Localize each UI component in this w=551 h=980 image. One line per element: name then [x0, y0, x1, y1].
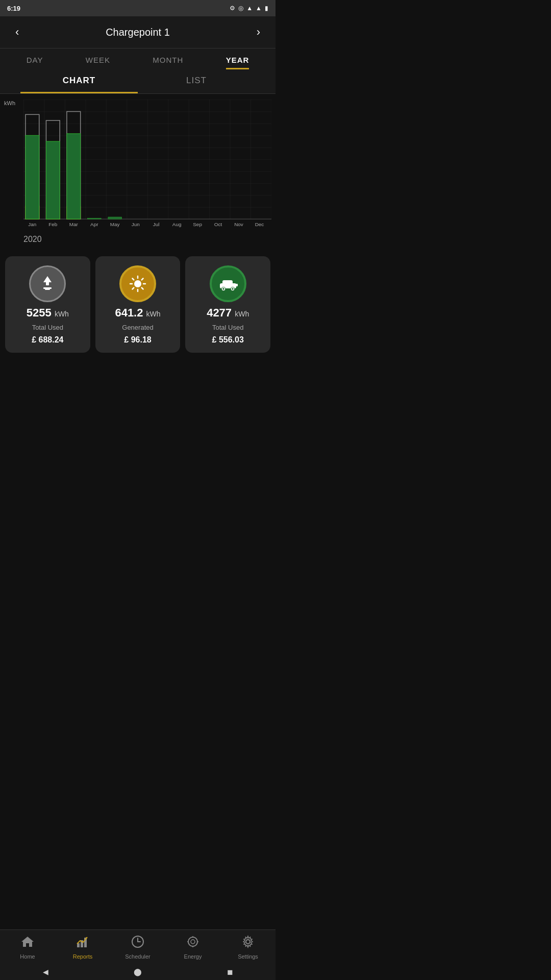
svg-text:Apr: Apr	[90, 222, 98, 227]
ev-icon-wrap	[210, 265, 246, 302]
tab-list[interactable]: LIST	[138, 69, 255, 93]
header: ‹ Chargepoint 1 ›	[0, 16, 276, 48]
mail-status-icon: ◎	[238, 5, 243, 12]
header-title: Chargepoint 1	[106, 27, 170, 38]
chart-container: kWh 2.0k 1.8k 1.6k 1.4k	[4, 99, 271, 249]
chart-svg-element: 2.0k 1.8k 1.6k 1.4k 1.2k 1.0k 800 600 40…	[23, 99, 271, 232]
stat-card-ev: 4277 kWh Total Used £ 556.03	[185, 256, 270, 353]
grid-icon	[38, 274, 57, 293]
svg-line-36	[142, 279, 143, 280]
status-time: 6:19	[7, 5, 20, 12]
tab-day[interactable]: DAY	[27, 56, 43, 69]
chart-wrap: 2.0k 1.8k 1.6k 1.4k 1.2k 1.0k 800 600 40…	[23, 99, 271, 234]
svg-line-37	[133, 288, 134, 289]
chart-y-label: kWh	[4, 100, 15, 106]
svg-marker-26	[43, 276, 52, 282]
grid-price: £ 688.24	[32, 335, 63, 345]
svg-rect-28	[45, 289, 50, 290]
svg-text:Oct: Oct	[214, 222, 222, 227]
svg-line-35	[142, 288, 143, 289]
grid-value: 5255 kWh	[27, 306, 69, 320]
stat-card-solar: 641.2 kWh Generated £ 96.18	[95, 256, 181, 353]
tab-month[interactable]: MONTH	[153, 56, 183, 69]
chart-svg: 2.0k 1.8k 1.6k 1.4k 1.2k 1.0k 800 600 40…	[23, 99, 271, 234]
ev-value: 4277 kWh	[207, 306, 249, 320]
svg-text:Feb: Feb	[48, 222, 58, 227]
signal-icon: ▲	[256, 5, 262, 12]
svg-line-34	[133, 279, 134, 280]
stats-section: 5255 kWh Total Used £ 688.24 641.2 kWh G…	[0, 250, 276, 359]
svg-rect-27	[43, 287, 52, 289]
svg-text:Dec: Dec	[255, 222, 264, 227]
svg-text:Jan: Jan	[28, 222, 36, 227]
battery-icon: ▮	[265, 5, 268, 12]
wifi-icon: ▲	[246, 5, 253, 12]
bar-may-green	[108, 217, 122, 219]
bar-feb-green	[46, 141, 60, 219]
chart-section: kWh 2.0k 1.8k 1.6k 1.4k	[0, 94, 276, 250]
tab-year[interactable]: YEAR	[226, 56, 249, 69]
settings-status-icon: ⚙	[230, 5, 235, 12]
svg-rect-39	[222, 280, 233, 285]
svg-text:Aug: Aug	[172, 222, 182, 227]
stat-card-grid: 5255 kWh Total Used £ 688.24	[5, 256, 90, 353]
solar-icon	[128, 274, 147, 293]
bar-jan-green	[26, 135, 39, 219]
solar-value: 641.2 kWh	[115, 306, 160, 320]
ev-price: £ 556.03	[212, 335, 244, 345]
chart-year: 2020	[23, 235, 271, 249]
status-icons: ⚙ ◎ ▲ ▲ ▮	[230, 5, 268, 12]
period-tabs: DAY WEEK MONTH YEAR	[0, 48, 276, 69]
svg-rect-0	[23, 100, 271, 219]
tab-week[interactable]: WEEK	[86, 56, 110, 69]
svg-point-29	[134, 280, 141, 287]
bar-mar-green	[67, 134, 81, 219]
tab-chart[interactable]: CHART	[20, 69, 138, 93]
next-button[interactable]: ›	[252, 23, 265, 41]
prev-button[interactable]: ‹	[10, 23, 24, 41]
svg-text:Sep: Sep	[193, 222, 202, 227]
svg-text:Nov: Nov	[234, 222, 243, 227]
svg-text:May: May	[110, 222, 120, 227]
bar-apr-green	[87, 218, 101, 219]
svg-text:Mar: Mar	[69, 222, 79, 227]
ev-icon	[218, 274, 238, 293]
solar-icon-wrap	[119, 265, 156, 302]
svg-rect-44	[236, 284, 238, 286]
svg-text:Jun: Jun	[132, 222, 140, 227]
svg-text:Jul: Jul	[153, 222, 160, 227]
grid-label: Total Used	[32, 324, 63, 331]
solar-label: Generated	[122, 324, 153, 331]
solar-price: £ 96.18	[124, 335, 151, 345]
grid-icon-wrap	[29, 265, 66, 302]
view-tabs: CHART LIST	[0, 69, 276, 94]
status-bar: 6:19 ⚙ ◎ ▲ ▲ ▮	[0, 0, 276, 16]
ev-label: Total Used	[212, 324, 243, 331]
